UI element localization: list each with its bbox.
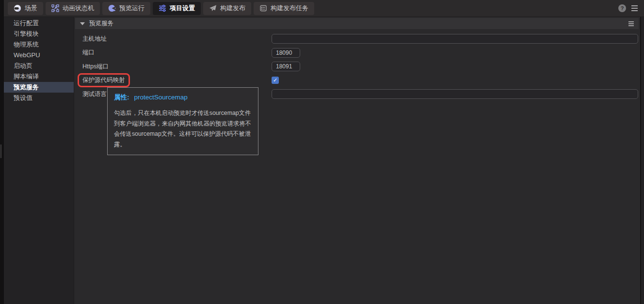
field-row-protect-sourcemap: 保护源代码映射 ✓ xyxy=(74,74,640,88)
tab-label: 项目设置 xyxy=(170,4,195,13)
paper-plane-icon xyxy=(209,4,217,12)
tooltip-description: 勾选后，只在本机启动预览时才传送sourcemap文件到客户端浏览器，来自内网其… xyxy=(114,108,252,150)
sidebar-item-startup-page[interactable]: 启动页 xyxy=(4,61,74,71)
field-label: 端口 xyxy=(82,48,272,57)
tab-preview-run[interactable]: 预览运行 xyxy=(102,2,150,15)
check-icon: ✓ xyxy=(273,77,277,83)
sidebar-item-physics[interactable]: 物理系统 xyxy=(4,39,74,50)
settings-panel: 预览服务 主机地址 端口 Https端口 保护源代码映射 xyxy=(74,17,640,304)
test-language-input[interactable] xyxy=(272,89,638,99)
red-highlight-annotation: 保护源代码映射 xyxy=(78,73,130,87)
scrollbar-track xyxy=(640,17,644,304)
state-machine-icon xyxy=(51,4,59,12)
field-label: Https端口 xyxy=(82,63,272,71)
sidebar-item-engine-modules[interactable]: 引擎模块 xyxy=(4,29,74,39)
window-left-edge xyxy=(0,0,4,304)
section-title: 预览服务 xyxy=(89,19,113,28)
field-label: 保护源代码映射 xyxy=(82,77,125,83)
scene-helmet-icon xyxy=(14,4,21,12)
tooltip-property-name: protectSourcemap xyxy=(134,94,188,101)
tab-label: 动画状态机 xyxy=(63,4,94,13)
tab-build-publish-tasks[interactable]: 构建发布任务 xyxy=(254,2,314,15)
tab-label: 场景 xyxy=(25,4,37,13)
chevron-down-icon[interactable] xyxy=(80,22,85,25)
tab-label: 构建发布 xyxy=(220,4,245,13)
tab-label: 预览运行 xyxy=(119,4,145,13)
property-tooltip: 属性:protectSourcemap 勾选后，只在本机启动预览时才传送sour… xyxy=(107,87,258,155)
tab-animation-state-machine[interactable]: 动画状态机 xyxy=(46,2,100,15)
tooltip-title: 属性:protectSourcemap xyxy=(114,93,252,102)
port-input[interactable] xyxy=(272,48,300,58)
https-port-input[interactable] xyxy=(272,62,300,71)
panel-resize-handle[interactable] xyxy=(0,144,1,158)
tab-label: 构建发布任务 xyxy=(271,4,308,13)
main-menu-icon[interactable] xyxy=(631,5,638,11)
sidebar-item-script-compile[interactable]: 脚本编译 xyxy=(4,71,74,82)
topbar-actions: ? xyxy=(618,4,644,12)
section-menu-icon[interactable] xyxy=(628,21,634,26)
host-address-input[interactable] xyxy=(272,34,638,44)
top-tab-bar: 场景 动画状态机 预览运行 xyxy=(4,0,644,17)
field-label: 主机地址 xyxy=(82,35,272,43)
preview-run-icon xyxy=(108,4,116,12)
settings-sidebar: 运行配置 引擎模块 物理系统 WebGPU 启动页 脚本编译 预览服务 预设值 xyxy=(4,17,74,304)
field-row-host-address: 主机地址 xyxy=(74,32,640,46)
section-header-preview-service[interactable]: 预览服务 xyxy=(75,18,639,29)
sidebar-item-webgpu[interactable]: WebGPU xyxy=(4,50,74,61)
tooltip-title-prefix: 属性: xyxy=(114,94,129,101)
help-icon[interactable]: ? xyxy=(618,4,626,12)
sidebar-item-preview-service[interactable]: 预览服务 xyxy=(4,82,74,93)
field-row-https-port: Https端口 xyxy=(74,60,640,74)
tab-project-settings[interactable]: 项目设置 xyxy=(153,2,201,15)
tab-build-publish[interactable]: 构建发布 xyxy=(203,2,251,15)
sliders-icon xyxy=(159,4,166,12)
field-row-port: 端口 xyxy=(74,46,640,60)
tab-scene[interactable]: 场景 xyxy=(8,2,43,15)
protect-sourcemap-checkbox[interactable]: ✓ xyxy=(272,77,279,84)
sidebar-item-run-config[interactable]: 运行配置 xyxy=(4,18,74,29)
task-list-icon xyxy=(259,4,267,12)
sidebar-item-presets[interactable]: 预设值 xyxy=(4,93,74,103)
